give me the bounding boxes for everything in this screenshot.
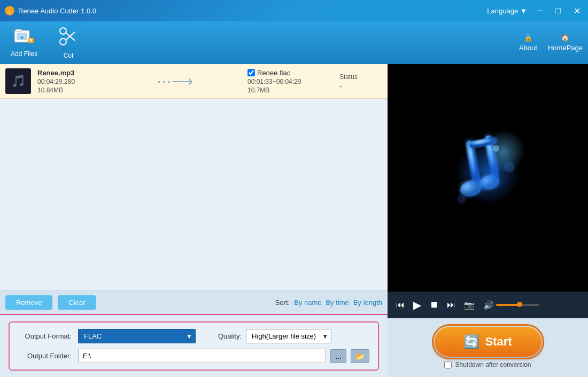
svg-line-11	[66, 33, 75, 41]
titlebar-left: ♪ Renee Audio Cutter 1.0.0	[4, 5, 96, 16]
toolbar: + ▼ Add Files Cut 🔒 About 🏠 HomePage	[0, 21, 588, 64]
add-files-label: Add Files	[11, 50, 37, 58]
format-select[interactable]: FLAC MP3 AAC WAV OGG	[78, 329, 196, 343]
folder-path-input[interactable]	[78, 349, 326, 363]
lock-icon: 🔒	[524, 34, 532, 42]
shutdown-row: Shutdown after conversion	[444, 361, 531, 368]
volume-icon: 🔊	[483, 300, 494, 310]
svg-point-19	[457, 195, 466, 203]
file-thumbnail: 🎵	[5, 68, 31, 94]
close-button[interactable]: ✕	[570, 5, 584, 17]
format-row: Output Format: FLAC MP3 AAC WAV OGG ▼ Qu…	[18, 329, 369, 343]
cut-icon	[59, 27, 78, 50]
source-filename: Renee.mp3	[37, 69, 102, 77]
svg-text:▼: ▼	[28, 37, 34, 43]
start-label: Start	[485, 335, 512, 349]
quality-wrapper: Quality: High(Larger file size) Medium L…	[218, 329, 331, 343]
output-file-info: Renee.flac 00:01:33~00:04:29 10.7MB	[247, 69, 333, 94]
app-logo-icon: ♪	[4, 5, 15, 16]
shutdown-checkbox[interactable]	[444, 361, 452, 368]
about-button[interactable]: 🔒 About	[519, 34, 537, 52]
source-duration: 00:04:29.280	[37, 78, 102, 85]
skip-forward-button[interactable]: ⏭	[445, 298, 458, 312]
sort-by-time[interactable]: By time	[326, 299, 349, 307]
sort-label: Sort:	[275, 299, 290, 307]
output-file-checkbox[interactable]	[247, 69, 255, 76]
status-area: Status -	[339, 73, 382, 90]
arrow-right-icon: ⋯⟶	[157, 73, 193, 90]
settings-panel: Output Format: FLAC MP3 AAC WAV OGG ▼ Qu…	[0, 314, 388, 377]
volume-thumb	[517, 302, 522, 307]
player-controls: ⏮ ▶ ⏹ ⏭ 📷 🔊	[388, 292, 588, 318]
volume-fill	[496, 304, 520, 306]
add-files-icon: + ▼	[14, 28, 34, 48]
left-panel: 🎵 Renee.mp3 00:04:29.280 10.84MB ⋯⟶ Rene…	[0, 64, 388, 377]
arrow-area: ⋯⟶	[108, 73, 241, 90]
stop-button[interactable]: ⏹	[428, 298, 440, 312]
remove-button[interactable]: Remove	[5, 295, 52, 310]
folder-input-area: ... 📂	[78, 349, 369, 363]
settings-inner: Output Format: FLAC MP3 AAC WAV OGG ▼ Qu…	[9, 321, 379, 371]
homepage-button[interactable]: 🏠 HomePage	[548, 34, 583, 52]
shutdown-label: Shutdown after conversion	[455, 361, 531, 368]
camera-button[interactable]: 📷	[462, 298, 477, 312]
add-files-button[interactable]: + ▼ Add Files	[5, 25, 43, 61]
maximize-button[interactable]: □	[552, 5, 564, 17]
output-format-label: Output Format:	[18, 332, 72, 340]
sort-area: Sort: By name By time By length	[275, 299, 382, 307]
format-select-wrapper: FLAC MP3 AAC WAV OGG ▼	[78, 329, 196, 343]
toolbar-right: 🔒 About 🏠 HomePage	[519, 21, 583, 64]
output-size: 10.7MB	[247, 87, 333, 94]
music-note-icon: 🎵	[11, 74, 26, 88]
status-value: -	[339, 82, 342, 90]
cut-label: Cut	[64, 52, 74, 59]
output-filename: Renee.flac	[257, 69, 290, 77]
start-button[interactable]: 🔄 Start	[435, 327, 541, 357]
svg-text:♪: ♪	[9, 8, 11, 14]
clear-button[interactable]: Clear	[58, 295, 96, 310]
volume-track[interactable]	[496, 304, 539, 306]
cut-button[interactable]: Cut	[53, 23, 83, 62]
status-label: Status	[339, 73, 358, 81]
start-refresh-icon: 🔄	[463, 334, 479, 349]
app-title: Renee Audio Cutter 1.0.0	[18, 7, 96, 15]
bottom-controls: Remove Clear Sort: By name By time By le…	[0, 290, 388, 314]
svg-rect-3	[16, 29, 22, 32]
file-list: 🎵 Renee.mp3 00:04:29.280 10.84MB ⋯⟶ Rene…	[0, 64, 388, 290]
svg-text:+: +	[20, 33, 24, 42]
skip-back-button[interactable]: ⏮	[394, 298, 407, 312]
svg-line-10	[66, 32, 75, 40]
preview-area	[388, 64, 588, 292]
quality-label: Quality:	[218, 332, 242, 340]
volume-area: 🔊	[483, 300, 539, 310]
home-icon: 🏠	[561, 34, 569, 42]
sort-by-length[interactable]: By length	[353, 299, 382, 307]
start-area: 🔄 Start Shutdown after conversion	[388, 318, 588, 377]
sort-by-name[interactable]: By name	[294, 299, 321, 307]
right-panel: ⏮ ▶ ⏹ ⏭ 📷 🔊 🔄 Start Shutdown after conve…	[388, 64, 588, 377]
titlebar-controls: Language ▼ ─ □ ✕	[487, 5, 584, 17]
output-range: 00:01:33~00:04:29	[247, 78, 333, 85]
minimize-button[interactable]: ─	[533, 5, 546, 17]
browse-folder-button[interactable]: ...	[330, 349, 346, 363]
folder-row: Output Folder: ... 📂	[18, 349, 369, 363]
glow-cyan	[483, 130, 525, 172]
music-visual	[435, 124, 541, 231]
svg-point-8	[60, 38, 66, 45]
source-size: 10.84MB	[37, 87, 102, 94]
table-row: 🎵 Renee.mp3 00:04:29.280 10.84MB ⋯⟶ Rene…	[0, 64, 388, 99]
quality-select-wrapper: High(Larger file size) Medium Low ▼	[246, 329, 331, 343]
main-layout: 🎵 Renee.mp3 00:04:29.280 10.84MB ⋯⟶ Rene…	[0, 64, 588, 377]
open-folder-button[interactable]: 📂	[351, 349, 369, 363]
language-button[interactable]: Language ▼	[487, 7, 527, 15]
play-button[interactable]: ▶	[411, 296, 423, 313]
quality-select[interactable]: High(Larger file size) Medium Low	[246, 329, 331, 343]
svg-point-9	[60, 28, 66, 34]
titlebar: ♪ Renee Audio Cutter 1.0.0 Language ▼ ─ …	[0, 0, 588, 21]
source-file-info: Renee.mp3 00:04:29.280 10.84MB	[37, 69, 102, 94]
output-folder-label: Output Folder:	[18, 352, 72, 360]
